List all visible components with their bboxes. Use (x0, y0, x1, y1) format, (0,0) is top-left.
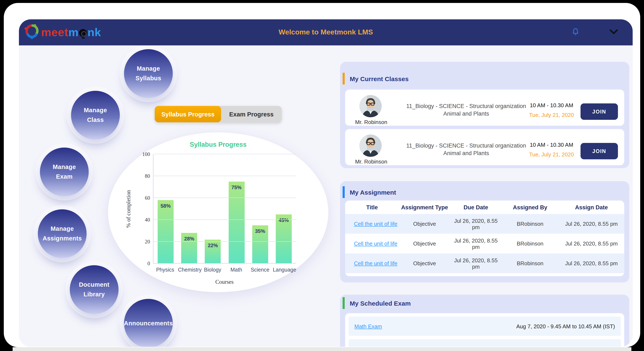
column-header-title: Title (345, 204, 399, 210)
nav-bubble-manage-class[interactable]: Manage Class (71, 91, 120, 140)
class-time: 10 AM - 10.30 AM (526, 142, 577, 148)
column-header-due-date: Due Date (450, 204, 502, 210)
class-description-line1: 11_Biology - SCIENCE - Structural organi… (396, 142, 537, 150)
nav-bubble-manage-syllabus[interactable]: Manage Syllabus (124, 49, 173, 98)
bubble-label: Class (87, 115, 104, 125)
assignment-assigned-by: BRobinson (502, 240, 559, 247)
column-header-type: Assignment Type (399, 204, 450, 210)
bubble-label: Announcements (124, 318, 173, 328)
lms-dashboard: meet m nk Welcome to Meetmonk LMS (0, 0, 644, 351)
bar-value-label: 58% (152, 203, 179, 209)
class-date: Tue, July 21, 2020 (526, 151, 577, 158)
bar-value-label: 22% (200, 242, 226, 248)
accent-bar (342, 186, 345, 198)
assignment-type: Objective (399, 221, 450, 227)
bar-value-label: 28% (176, 236, 202, 242)
app-header: meet m nk Welcome to Meetmonk LMS (19, 19, 633, 46)
main-content: Manage Syllabus Manage Class Manage Exam… (19, 46, 633, 347)
table-row: Cell the unit of life Objective Jul 26, … (345, 254, 624, 273)
bubble-label: Library (84, 290, 105, 299)
teacher-avatar (360, 134, 382, 157)
bubble-label: Manage (137, 64, 160, 74)
teacher-name: Mr. Robinson (349, 119, 393, 125)
category-label: Biology (202, 267, 224, 273)
class-description: 11_Biology - SCIENCE - Structural organi… (396, 102, 537, 117)
page-title: Welcome to Meetmonk LMS (19, 28, 633, 36)
y-axis-tick: 20 (133, 239, 150, 245)
join-button[interactable]: JOIN (580, 104, 618, 120)
exam-row-partial (348, 339, 621, 347)
panel-header: My Scheduled Exam (342, 297, 629, 309)
category-label: Physics (154, 267, 176, 273)
gridline (154, 198, 296, 198)
nav-bubble-document-library[interactable]: Document Library (70, 265, 118, 314)
teacher-avatar (360, 95, 382, 117)
category-label: Math (225, 267, 247, 273)
tab-exam-progress[interactable]: Exam Progress (221, 106, 282, 122)
chart-y-axis-label: % of completion (125, 190, 132, 228)
progress-tabs: Syllabus Progress Exam Progress (155, 106, 282, 122)
assignment-assigned-by: BRobinson (502, 221, 559, 227)
bubble-label: Document (79, 280, 110, 290)
app-window: meet m nk Welcome to Meetmonk LMS (4, 3, 640, 347)
chart-category-labels: PhysicsChemistryBiologyMathScienceLangua… (153, 267, 296, 273)
assignment-assigned-by: BRobinson (502, 260, 559, 266)
nav-bubble-announcements[interactable]: Announcements (124, 299, 173, 347)
class-description: 11_Biology - SCIENCE - Structural organi… (396, 142, 537, 157)
bar-language: 45% (276, 214, 292, 264)
bar-chemistry: 28% (181, 233, 197, 264)
nav-bubble-manage-assignments[interactable]: Manage Assignments (38, 209, 86, 258)
accent-bar (342, 73, 345, 84)
assignment-link[interactable]: Cell the unit of life (345, 260, 399, 266)
join-button[interactable]: JOIN (580, 143, 618, 159)
bar-biology: 22% (205, 240, 221, 264)
class-time: 10 AM - 10.30 AM (526, 102, 577, 108)
tab-syllabus-progress[interactable]: Syllabus Progress (155, 106, 221, 122)
category-label: Science (249, 267, 271, 273)
gridline (154, 263, 296, 264)
assignment-due-date: Jul 26, 2020, 8.55 pm (450, 257, 502, 270)
class-description-line1: 11_Biology - SCIENCE - Structural organi… (396, 102, 537, 110)
assignment-link[interactable]: Cell the unit of life (345, 240, 399, 247)
class-description-line2: Animal and Plants (396, 150, 537, 157)
panel-title: My Scheduled Exam (350, 300, 411, 307)
bar-value-label: 45% (271, 217, 297, 223)
bubble-label: Manage (84, 106, 107, 115)
assignment-assign-date: Jul 26, 2020, 8.55 pm (559, 240, 624, 247)
exam-link[interactable]: Math Exam (354, 323, 382, 329)
exam-schedule: Aug 7, 2020 - 9.45 AM to 10.45 AM (IST) (516, 323, 615, 329)
bubble-label: Syllabus (136, 74, 162, 83)
y-axis-tick: 60 (133, 195, 150, 201)
syllabus-progress-chart: Syllabus Progress % of completion 58%28%… (108, 132, 328, 292)
accent-bar (342, 297, 345, 309)
category-label: Language (273, 267, 295, 273)
table-row: Cell the unit of life Objective Jul 26, … (345, 214, 624, 234)
chart-plot-area: 58%28%22%75%35%45% 020406080100 (153, 154, 296, 264)
bar-physics: 58% (158, 200, 174, 264)
bubble-label: Manage (53, 162, 76, 172)
assignment-link[interactable]: Cell the unit of life (345, 221, 399, 227)
nav-bubble-manage-exam[interactable]: Manage Exam (40, 148, 89, 196)
class-date: Tue, July 21, 2020 (526, 112, 577, 118)
gridline (154, 154, 296, 154)
chart-bars: 58%28%22%75%35%45% (154, 154, 296, 264)
assignment-assign-date: Jul 26, 2020, 8.55 pm (559, 260, 624, 266)
category-label: Chemistry (178, 267, 200, 273)
column-header-assign-date: Assign Date (559, 204, 624, 210)
chart-title: Syllabus Progress (108, 141, 328, 148)
class-card: Mr. Robinson 11_Biology - SCIENCE - Stru… (345, 129, 624, 165)
bubble-label: Manage (51, 224, 74, 234)
notifications-bell-icon[interactable] (570, 27, 580, 38)
panel-header: My Current Classes (342, 73, 629, 84)
class-schedule: 10 AM - 10.30 AM Tue, July 21, 2020 (526, 142, 577, 158)
teacher-name: Mr. Robinson (349, 158, 393, 165)
y-axis-tick: 40 (133, 217, 150, 223)
class-schedule: 10 AM - 10.30 AM Tue, July 21, 2020 (526, 102, 577, 118)
bar-math: 75% (228, 182, 244, 264)
profile-chevron-down-icon[interactable] (609, 28, 619, 36)
my-scheduled-exam-panel: My Scheduled Exam Math Exam Aug 7, 2020 … (340, 295, 629, 347)
my-assignment-panel: My Assignment Title Assignment Type Due … (340, 181, 629, 282)
bar-value-label: 75% (224, 184, 250, 190)
y-axis-tick: 80 (133, 173, 150, 180)
bubble-label: Exam (56, 172, 73, 182)
